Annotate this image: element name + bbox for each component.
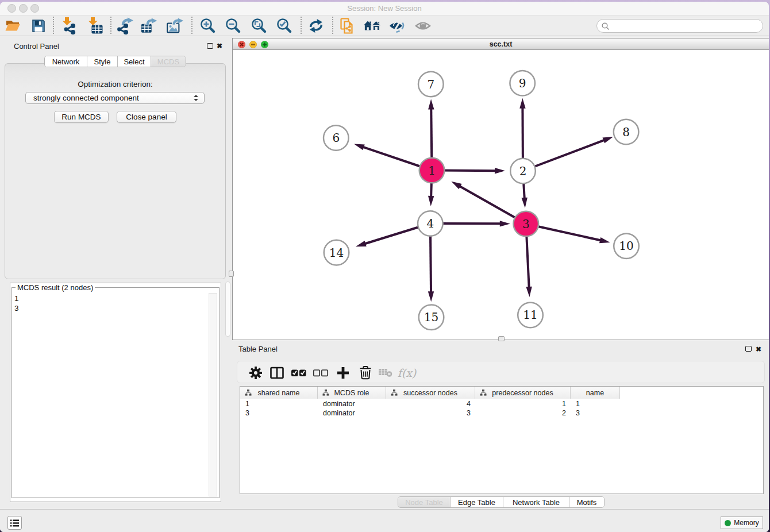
- save-session-icon[interactable]: [30, 17, 47, 34]
- mcds-result-scrollbar[interactable]: [209, 293, 217, 496]
- table-cell[interactable]: 2: [475, 408, 571, 418]
- toolbar-separator: [301, 17, 302, 34]
- table-panel-float-button[interactable]: [745, 346, 752, 352]
- close-panel-button[interactable]: Close panel: [117, 111, 176, 123]
- table-cell[interactable]: dominator: [318, 408, 386, 418]
- column-header-predecessor-nodes[interactable]: predecessor nodes: [475, 387, 571, 399]
- mcds-result-legend: MCDS result (2 nodes): [16, 283, 95, 292]
- export-table-icon[interactable]: [141, 17, 158, 34]
- network-frame: scc.txt 1234678910111415: [232, 38, 769, 340]
- tab-node-table[interactable]: Node Table: [398, 497, 451, 507]
- panel-menu-button[interactable]: [7, 516, 22, 530]
- column-header-successor-nodes[interactable]: successor nodes: [386, 387, 475, 399]
- toolbar-separator: [332, 17, 333, 34]
- node-table: shared nameMCDS rolesuccessor nodesprede…: [240, 386, 764, 494]
- graph-edge-arrowhead: [428, 291, 434, 302]
- mcds-result-item[interactable]: 1: [14, 294, 19, 303]
- optimization-criterion-select[interactable]: strongly connected component: [25, 92, 205, 104]
- graph-edge-arrowhead: [428, 99, 434, 109]
- graph-edge-arrowhead: [602, 137, 613, 143]
- window-title: Session: New Session: [0, 4, 769, 13]
- graph-node-label: 10: [619, 239, 633, 253]
- table-cell[interactable]: 3: [240, 408, 318, 418]
- graph-node-label: 3: [522, 217, 530, 231]
- graph-node-label: 2: [519, 164, 527, 178]
- run-mcds-button[interactable]: Run MCDS: [54, 111, 109, 123]
- reset-view-icon[interactable]: [364, 17, 381, 34]
- tab-edge-table[interactable]: Edge Table: [451, 497, 503, 507]
- delete-table-icon[interactable]: [378, 364, 395, 381]
- import-table-icon[interactable]: [86, 17, 103, 34]
- add-row-icon[interactable]: [334, 364, 352, 381]
- select-all-icon[interactable]: [290, 364, 307, 381]
- optimization-criterion-label: Optimization criterion:: [0, 80, 230, 88]
- horizontal-split-grip[interactable]: [498, 336, 505, 341]
- graph-edge-arrowhead: [428, 196, 434, 206]
- table-cell[interactable]: 1: [240, 399, 318, 408]
- graph-node-label: 1: [428, 164, 436, 178]
- import-network-icon[interactable]: [60, 17, 78, 34]
- clone-network-icon[interactable]: [339, 17, 356, 34]
- delete-row-icon[interactable]: [357, 364, 374, 381]
- table-columns-icon[interactable]: [268, 364, 286, 381]
- graph-node-label: 6: [332, 131, 340, 145]
- tab-network[interactable]: Network: [45, 56, 87, 67]
- search-icon: [602, 22, 610, 30]
- vertical-split-grip[interactable]: [229, 271, 234, 277]
- tab-motifs[interactable]: Motifs: [569, 497, 604, 507]
- column-header-shared-name[interactable]: shared name: [240, 387, 318, 399]
- table-panel-close-button[interactable]: ✖: [756, 346, 761, 353]
- tab-mcds[interactable]: MCDS: [151, 56, 186, 67]
- column-header-name[interactable]: name: [571, 387, 620, 399]
- network-canvas[interactable]: 1234678910111415: [233, 50, 769, 340]
- graph-edge-arrowhead: [495, 168, 505, 174]
- control-panel-close-button[interactable]: ✖: [217, 43, 222, 49]
- list-icon: [10, 519, 19, 527]
- first-neighbors-icon[interactable]: [307, 17, 325, 34]
- tab-network-table[interactable]: Network Table: [503, 497, 569, 507]
- toolbar-separator: [191, 17, 192, 34]
- table-row[interactable]: 3dominator323: [240, 408, 620, 418]
- hide-selected-icon[interactable]: [388, 17, 406, 34]
- graph-node-label: 7: [427, 78, 434, 91]
- table-cell[interactable]: 4: [386, 399, 475, 408]
- open-session-icon[interactable]: [4, 17, 21, 34]
- network-frame-title: scc.txt: [233, 40, 769, 48]
- deselect-all-icon[interactable]: [312, 364, 329, 381]
- column-header-MCDS-role[interactable]: MCDS role: [318, 387, 386, 399]
- memory-status-icon: [725, 520, 731, 526]
- table-cell[interactable]: 3: [571, 408, 620, 418]
- memory-button[interactable]: Memory: [721, 516, 763, 529]
- function-builder-icon[interactable]: f(x): [396, 364, 418, 381]
- toolbar-separator: [110, 17, 111, 34]
- column-tree-icon: [391, 390, 398, 396]
- show-all-icon[interactable]: [415, 17, 432, 34]
- graph-node-label: 4: [426, 217, 434, 230]
- table-settings-icon[interactable]: [247, 364, 264, 381]
- graph-node-label: 11: [523, 308, 537, 322]
- export-image-icon[interactable]: [167, 17, 184, 34]
- table-row[interactable]: 1dominator411: [240, 399, 620, 408]
- network-frame-titlebar[interactable]: scc.txt: [233, 38, 769, 50]
- table-cell[interactable]: 1: [571, 399, 620, 408]
- status-bar: Memory: [0, 509, 769, 532]
- control-panel-scrollbar[interactable]: [225, 282, 230, 337]
- zoom-in-icon[interactable]: [199, 17, 217, 34]
- tab-style[interactable]: Style: [87, 56, 118, 67]
- search-input[interactable]: [596, 19, 763, 33]
- main-toolbar: [0, 16, 769, 36]
- zoom-out-icon[interactable]: [225, 17, 242, 34]
- table-panel-tabs: Node TableEdge TableNetwork TableMotifs: [398, 496, 605, 508]
- table-cell[interactable]: 1: [475, 399, 571, 408]
- graph-edge-arrowhead: [354, 144, 365, 151]
- tab-select[interactable]: Select: [118, 56, 151, 67]
- mcds-result-list[interactable]: 13: [14, 294, 19, 313]
- table-cell[interactable]: dominator: [318, 399, 386, 408]
- zoom-selected-icon[interactable]: [276, 17, 293, 34]
- control-panel-float-button[interactable]: [207, 43, 213, 49]
- graph-edge-arrowhead: [519, 98, 525, 109]
- table-cell[interactable]: 3: [386, 408, 475, 418]
- zoom-fit-icon[interactable]: [251, 17, 268, 34]
- mcds-result-item[interactable]: 3: [14, 303, 19, 313]
- export-network-icon[interactable]: [117, 17, 134, 34]
